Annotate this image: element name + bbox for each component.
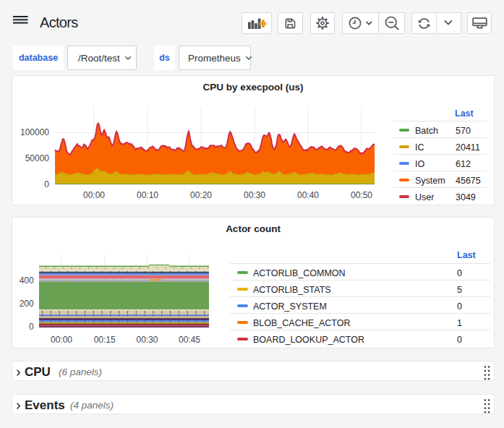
svg-text:00:45: 00:45	[179, 335, 200, 345]
svg-text:0: 0	[44, 179, 49, 189]
svg-text:00:30: 00:30	[244, 190, 265, 200]
svg-text:400: 400	[20, 275, 34, 286]
svg-text:00:00: 00:00	[51, 335, 72, 345]
svg-text:00:20: 00:20	[190, 190, 212, 200]
svg-text:00:15: 00:15	[94, 335, 116, 345]
svg-text:00:00: 00:00	[83, 190, 105, 200]
svg-text:100000: 100000	[20, 127, 49, 137]
svg-text:00:30: 00:30	[136, 335, 158, 345]
svg-text:0: 0	[29, 322, 34, 332]
svg-text:00:40: 00:40	[297, 190, 319, 200]
svg-text:00:10: 00:10	[137, 190, 158, 200]
svg-text:200: 200	[20, 299, 34, 309]
svg-text:50000: 50000	[25, 153, 50, 163]
svg-text:00:50: 00:50	[351, 190, 372, 200]
